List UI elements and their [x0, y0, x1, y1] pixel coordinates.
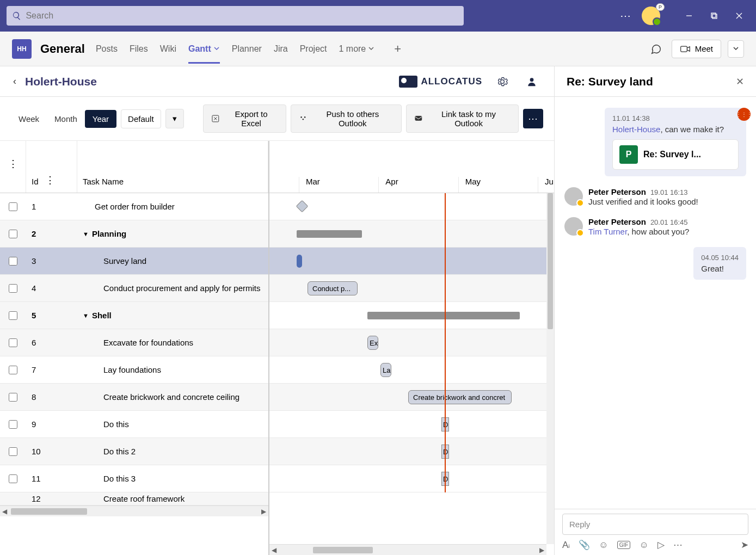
gantt-group-bar[interactable]: [367, 312, 520, 319]
timeline-hscroll[interactable]: ◀▶: [269, 544, 546, 555]
link-outlook-button[interactable]: Link task to my Outlook: [406, 104, 519, 133]
table-row[interactable]: 9Do this: [0, 411, 268, 438]
mail-link-icon: [414, 114, 423, 123]
table-row[interactable]: 5▼Shell: [0, 302, 268, 329]
tab-project[interactable]: Project: [300, 34, 327, 64]
table-row[interactable]: 11Do this 3: [0, 465, 268, 492]
gantt-group-bar[interactable]: [297, 230, 362, 238]
collapse-icon[interactable]: ▼: [83, 312, 89, 319]
user-icon[interactable]: [523, 72, 541, 91]
title-more-icon[interactable]: ⋯: [620, 9, 631, 22]
row-checkbox[interactable]: [9, 284, 17, 293]
tab-wiki[interactable]: Wiki: [160, 34, 176, 64]
chat-message: Peter Peterson20.01 16:45 Tim Turner, ho…: [564, 217, 746, 236]
gantt-task-bar[interactable]: Ex: [367, 336, 378, 350]
table-row[interactable]: 4Conduct procurement and apply for permi…: [0, 275, 268, 302]
view-year[interactable]: Year: [85, 110, 116, 128]
close-icon[interactable]: ✕: [736, 76, 744, 88]
table-row[interactable]: 12Create roof framework: [0, 492, 268, 505]
row-checkbox[interactable]: [9, 230, 17, 238]
svg-rect-8: [415, 116, 422, 120]
collapse-icon[interactable]: ▼: [83, 231, 89, 237]
row-checkbox[interactable]: [9, 420, 17, 429]
tab-planner[interactable]: Planner: [232, 34, 262, 64]
gantt-task-bar[interactable]: Create brickwork and concret: [408, 390, 512, 404]
table-row[interactable]: 3Survey land: [0, 248, 268, 275]
tab-jira[interactable]: Jira: [274, 34, 288, 64]
maximize-button[interactable]: [702, 5, 727, 27]
emoji-icon[interactable]: ☺: [599, 540, 608, 551]
export-excel-button[interactable]: Export to Excel: [203, 104, 286, 133]
table-row[interactable]: 10Do this 2: [0, 438, 268, 465]
attach-icon[interactable]: 📎: [579, 539, 590, 551]
gantt-task-bar[interactable]: La: [380, 363, 391, 377]
chat-icon[interactable]: [647, 40, 665, 58]
chat-title: Re: Survey land: [567, 75, 736, 88]
table-row[interactable]: 2▼Planning: [0, 220, 268, 248]
sticker-icon[interactable]: ☺: [639, 540, 648, 551]
timeline: Mar Apr May Ju Conduct p... Ex La Create…: [269, 141, 554, 555]
tab-posts[interactable]: Posts: [96, 34, 118, 64]
mention-link[interactable]: Tim Turner: [588, 227, 627, 236]
gantt-breadcrumb[interactable]: Holert-House: [25, 75, 97, 88]
meet-button[interactable]: Meet: [672, 40, 721, 58]
back-button[interactable]: ‹: [13, 76, 16, 87]
stream-icon[interactable]: ▷: [657, 539, 665, 551]
message-avatar[interactable]: [564, 187, 583, 206]
gif-icon[interactable]: GIF: [617, 541, 631, 549]
gantt-header: ‹ Holert-House ALLOCATUS: [0, 66, 554, 97]
tab-more[interactable]: 1 more: [339, 34, 374, 64]
minimize-button[interactable]: [677, 5, 702, 27]
table-row[interactable]: 7Lay foundations: [0, 356, 268, 384]
search-box[interactable]: [7, 6, 464, 26]
reply-input[interactable]: Reply: [562, 514, 748, 535]
month-col: Ju: [538, 177, 554, 193]
search-input[interactable]: [26, 11, 458, 21]
toolbar-more[interactable]: ⋯: [523, 109, 543, 128]
today-line: [445, 193, 446, 492]
row-checkbox[interactable]: [9, 257, 17, 266]
row-checkbox[interactable]: [9, 447, 17, 456]
view-month[interactable]: Month: [47, 110, 85, 128]
check-menu-icon[interactable]: ⋮: [8, 158, 18, 170]
default-dropdown[interactable]: ▾: [165, 109, 184, 128]
task-hscroll[interactable]: ◀▶: [0, 505, 268, 516]
send-icon[interactable]: ➤: [741, 539, 748, 551]
gantt-milestone[interactable]: [296, 200, 309, 213]
table-row[interactable]: 1Get order from builder: [0, 193, 268, 220]
user-avatar[interactable]: P: [642, 7, 660, 25]
row-checkbox[interactable]: [9, 338, 17, 347]
add-tab-button[interactable]: +: [394, 42, 401, 56]
chat-compose: Reply Aᵢ 📎 ☺ GIF ☺ ▷ ⋯ ➤: [555, 509, 756, 555]
close-button[interactable]: [727, 5, 752, 27]
push-outlook-button[interactable]: Push to others Outlook: [291, 104, 402, 133]
row-checkbox[interactable]: [9, 311, 17, 320]
chevron-down-icon: [213, 45, 220, 52]
settings-icon[interactable]: [493, 72, 512, 91]
format-icon[interactable]: Aᵢ: [562, 539, 570, 551]
channel-name[interactable]: General: [40, 42, 85, 56]
row-checkbox[interactable]: [9, 474, 17, 483]
default-select[interactable]: Default: [121, 109, 161, 128]
message-avatar[interactable]: [564, 217, 583, 236]
row-checkbox[interactable]: [9, 393, 17, 402]
search-icon: [12, 11, 21, 21]
meet-dropdown[interactable]: [728, 40, 744, 58]
message-author: Peter Peterson: [588, 187, 646, 196]
mention-link[interactable]: Holert-House: [612, 125, 660, 134]
gantt-task-bar[interactable]: [297, 255, 302, 268]
table-row[interactable]: 8Create brickwork and concrete ceiling: [0, 384, 268, 411]
row-checkbox[interactable]: [9, 366, 17, 374]
gantt-panel: ‹ Holert-House ALLOCATUS Week Month Year…: [0, 66, 555, 555]
row-checkbox[interactable]: [9, 202, 17, 211]
tab-files[interactable]: Files: [130, 34, 148, 64]
tab-gantt[interactable]: Gantt: [188, 34, 220, 64]
id-menu-icon[interactable]: ⋮: [45, 174, 55, 186]
view-week[interactable]: Week: [11, 110, 47, 128]
timeline-vscroll[interactable]: [546, 193, 554, 544]
gantt-task-bar[interactable]: Conduct p...: [308, 281, 358, 295]
table-row[interactable]: 6Excavate for foundations: [0, 329, 268, 356]
more-icon[interactable]: ⋯: [673, 539, 683, 551]
avatar-badge: P: [656, 3, 665, 11]
message-card[interactable]: P Re: Survey l...: [612, 139, 739, 170]
